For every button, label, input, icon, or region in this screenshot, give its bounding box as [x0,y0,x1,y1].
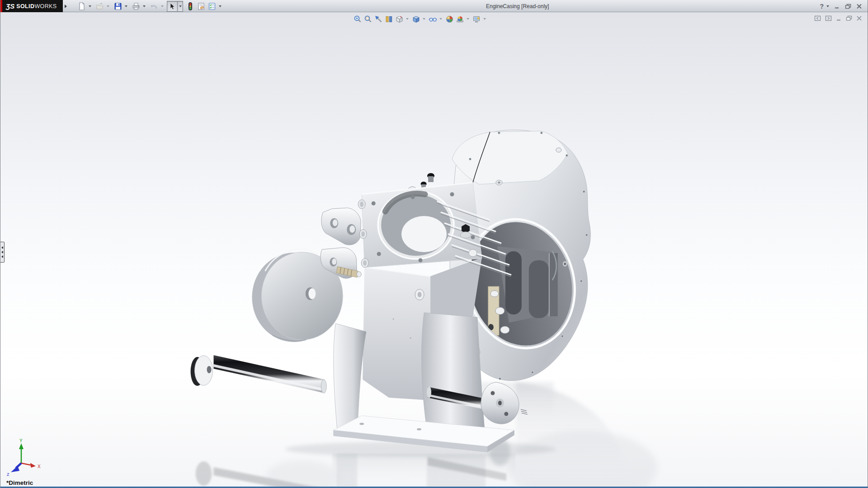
triad-z-label: Z [7,472,9,477]
help-dropdown-icon[interactable] [826,5,829,7]
view-orientation-dropdown-icon[interactable] [405,14,410,24]
print-dropdown-icon[interactable] [142,1,147,12]
select-tool-group [167,1,183,12]
solidworks-logo: ƷS SOLIDWORKS [2,0,63,12]
feature-manager-collapsed-tab[interactable] [0,242,5,263]
model-left-shaft[interactable] [191,355,327,393]
previous-pane-icon[interactable] [814,15,821,21]
solidworks-window: ƷS SOLIDWORKS [0,0,868,488]
logo-glyph: ƷS [6,2,14,10]
engine-casing-model[interactable] [0,12,868,487]
document-window-controls [814,15,862,21]
view-settings-dropdown-icon[interactable] [482,14,487,24]
logo-text-light: WORKS [34,3,57,9]
open-dropdown-icon[interactable] [105,1,111,12]
close-icon[interactable] [856,4,862,9]
restore-icon[interactable] [845,4,851,9]
chevron-left-icon [1,246,3,249]
chevron-left-icon [1,255,3,258]
print-icon[interactable] [131,1,142,12]
view-settings-icon[interactable] [472,14,482,24]
zoom-to-fit-icon[interactable] [353,14,363,24]
display-style-dropdown-icon[interactable] [421,14,426,24]
window-controls: ? [820,0,862,12]
apply-scene-dropdown-icon[interactable] [465,14,470,24]
options-icon[interactable] [207,1,217,12]
rebuild-traffic-light-icon[interactable] [185,1,196,12]
new-document-icon[interactable] [76,1,87,12]
chevron-left-icon [1,251,3,253]
logo-text-bold: SOLID [16,3,34,9]
view-orientation-icon[interactable] [394,14,405,24]
minimize-icon[interactable] [836,15,842,21]
zoom-to-area-icon[interactable] [363,14,373,24]
toolbar-expand-icon[interactable] [63,3,68,9]
title-bar: ƷS SOLIDWORKS [0,0,868,12]
section-view-icon[interactable] [384,14,394,24]
view-orientation-label: *Dimetric [6,479,33,486]
previous-view-icon[interactable] [373,14,384,24]
close-icon[interactable] [856,15,862,21]
new-dropdown-icon[interactable] [87,1,93,12]
edit-appearance-icon[interactable] [444,14,455,24]
display-style-icon[interactable] [411,14,421,24]
file-properties-icon[interactable] [196,1,207,12]
orientation-triad: Y X Z [5,438,46,477]
save-dropdown-icon[interactable] [123,1,129,12]
hide-show-items-dropdown-icon[interactable] [438,14,443,24]
help-icon[interactable]: ? [820,3,824,10]
graphics-area[interactable]: Y X Z *Dimetric [0,12,868,488]
open-document-icon[interactable] [94,1,105,12]
select-cursor-icon[interactable] [167,1,178,12]
standard-toolbar [76,0,225,12]
options-dropdown-icon[interactable] [217,1,223,12]
triad-x-label: X [38,464,41,469]
headsup-view-toolbar [353,14,488,24]
next-pane-icon[interactable] [825,15,832,21]
hide-show-items-icon[interactable] [428,14,438,24]
triad-y-label: Y [19,438,23,443]
model-mount-brackets[interactable] [321,208,361,278]
save-icon[interactable] [113,1,123,12]
undo-icon[interactable] [149,1,160,12]
undo-dropdown-icon[interactable] [160,1,165,12]
select-dropdown-icon[interactable] [178,1,183,12]
restore-icon[interactable] [846,15,852,21]
minimize-icon[interactable] [834,4,840,9]
document-title: EngineCasing [Read-only] [486,3,549,9]
apply-scene-icon[interactable] [455,14,465,24]
